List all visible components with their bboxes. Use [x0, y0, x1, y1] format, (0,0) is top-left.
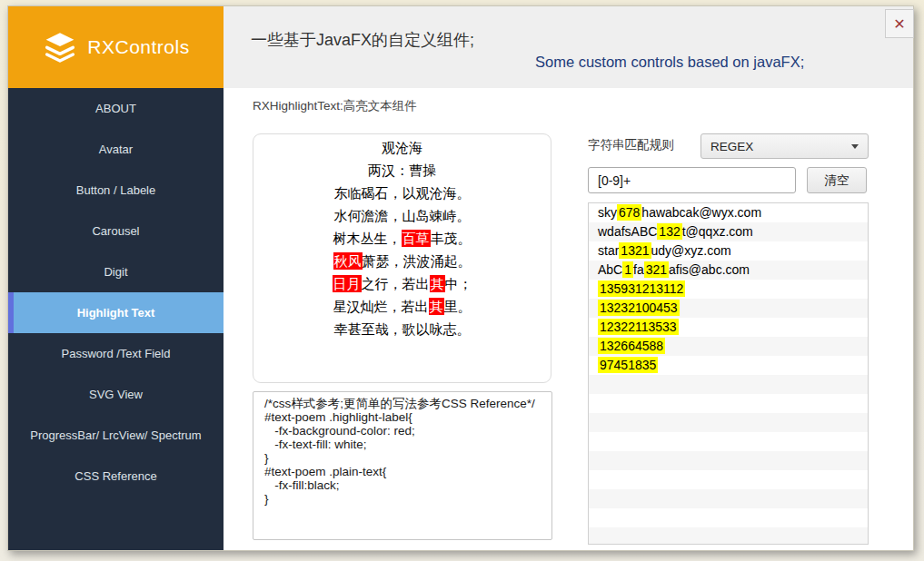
header: 一些基于JavaFX的自定义组件; Some custom controls b…	[224, 6, 913, 88]
list-item[interactable]: wdafsABC132t@qqxz.com	[589, 222, 868, 241]
list-item[interactable]: sky678hawabcak@wyx.com	[589, 203, 868, 222]
poem-line: 观沧海	[253, 136, 551, 159]
brand-block: RXControls	[8, 6, 224, 88]
layers-icon	[42, 29, 78, 65]
sidebar-item-svg-view[interactable]: SVG View	[8, 374, 224, 415]
page-title: 一些基于JavaFX的自定义组件;	[251, 29, 474, 51]
text-segment: 观沧海	[382, 140, 422, 155]
list-item[interactable]: star1321udy@xyz.com	[589, 241, 868, 261]
text-segment: star	[598, 243, 619, 258]
sidebar-item-css-reference[interactable]: CSS Reference	[8, 456, 224, 497]
sidebar-item-avatar[interactable]: Avatar	[8, 129, 224, 170]
list-item[interactable]: 12322113533	[589, 318, 868, 337]
poem-line: 树木丛生，百草丰茂。	[253, 227, 551, 250]
page-subtitle: Some custom controls based on javaFX;	[535, 54, 804, 71]
highlight-segment: 132664588	[598, 338, 665, 354]
highlight-segment: 百草	[402, 230, 431, 247]
clear-button[interactable]: 清空	[807, 167, 867, 193]
text-segment: sky	[598, 205, 617, 220]
list-item[interactable]: 13232100453	[589, 299, 868, 318]
poem-line: 日月之行，若出其中；	[253, 272, 551, 295]
highlight-segment: 13232100453	[598, 300, 680, 316]
text-segment: 星汉灿烂，若出	[333, 299, 429, 314]
highlight-segment: 321	[644, 261, 669, 278]
poem-line: 东临碣石，以观沧海。	[253, 182, 551, 204]
text-segment: 东临碣石，以观沧海。	[334, 185, 471, 201]
highlight-segment: 135931213112	[598, 280, 685, 297]
sidebar-item-carousel[interactable]: Carousel	[8, 211, 224, 251]
text-segment: 幸甚至哉，歌以咏志。	[334, 321, 471, 337]
main-content: RXHighlightText:高亮文本组件 观沧海两汉：曹操东临碣石，以观沧海…	[224, 88, 913, 550]
match-rule-label: 字符串匹配规则	[588, 137, 674, 153]
sidebar-item-digit[interactable]: Digit	[8, 251, 224, 292]
highlight-segment: 日月	[333, 275, 362, 292]
highlight-segment: 678	[617, 204, 641, 221]
text-segment: 水何澹澹，山岛竦峙。	[334, 208, 471, 223]
poem-line: 星汉灿烂，若出其里。	[253, 295, 551, 318]
sidebar-item-progressbar-lrcview-spectrum[interactable]: ProgressBar/ LrcView/ Spectrum	[8, 415, 224, 456]
match-mode-value: REGEX	[710, 140, 753, 153]
highlight-segment: 1	[622, 261, 633, 278]
text-segment: udy@xyz.com	[651, 243, 731, 258]
highlight-text-poem-panel: 观沧海两汉：曹操东临碣石，以观沧海。水何澹澹，山岛竦峙。树木丛生，百草丰茂。秋风…	[253, 133, 551, 383]
text-segment: afis@abc.com	[669, 262, 750, 277]
poem-line: 幸甚至哉，歌以咏志。	[253, 318, 551, 340]
poem-line: 两汉：曹操	[253, 159, 551, 182]
close-icon[interactable]: ✕	[885, 9, 914, 38]
highlight-segment: 12322113533	[598, 319, 679, 335]
text-segment: AbC	[598, 262, 622, 277]
text-segment: 树木丛生，	[333, 231, 402, 246]
text-segment: hawabcak@wyx.com	[641, 205, 761, 220]
text-segment: t@qqxz.com	[682, 224, 753, 239]
text-segment: 萧瑟，洪波涌起。	[363, 253, 472, 269]
pattern-input[interactable]	[588, 167, 796, 193]
highlight-segment: 132	[657, 223, 681, 240]
sidebar-item-about[interactable]: ABOUT	[8, 88, 224, 129]
text-segment: 丰茂。	[431, 231, 472, 246]
poem-line: 水何澹澹，山岛竦峙。	[253, 204, 551, 227]
sidebar-item-password-text-field[interactable]: Password /Text Field	[8, 333, 224, 374]
css-code-textarea[interactable]: /*css样式参考;更简单的写法参考CSS Reference*/ #text-…	[253, 391, 552, 540]
brand-name: RXControls	[87, 36, 189, 58]
poem-line: 秋风萧瑟，洪波涌起。	[253, 250, 551, 272]
chevron-down-icon	[851, 144, 859, 149]
match-result-list[interactable]: sky678hawabcak@wyx.comwdafsABC132t@qqxz.…	[588, 202, 869, 545]
text-segment: wdafsABC	[598, 224, 657, 239]
text-segment: 里。	[444, 299, 472, 314]
sidebar-item-highlight-text[interactable]: Highlight Text	[8, 292, 224, 333]
highlight-segment: 97451835	[598, 357, 658, 373]
sidebar: ABOUTAvatarButton / LabeleCarouselDigitH…	[8, 88, 224, 550]
highlight-segment: 秋风	[333, 252, 363, 270]
section-title: RXHighlightText:高亮文本组件	[253, 98, 417, 114]
highlight-segment: 其	[430, 275, 445, 292]
highlight-segment: 其	[429, 298, 444, 315]
list-item[interactable]: 97451835	[589, 356, 868, 375]
text-segment: 之行，若出	[362, 276, 430, 291]
highlight-segment: 1321	[619, 242, 651, 259]
list-item[interactable]: 135931213112	[589, 280, 868, 299]
text-segment: fa	[633, 262, 644, 277]
text-segment: 两汉：曹操	[368, 162, 436, 178]
list-item[interactable]: AbC1fa321afis@abc.com	[589, 261, 868, 280]
match-mode-select[interactable]: REGEX	[700, 133, 869, 159]
app-window: RXControls 一些基于JavaFX的自定义组件; Some custom…	[7, 5, 914, 551]
text-segment: 中；	[445, 276, 472, 291]
sidebar-item-button-labele[interactable]: Button / Labele	[8, 170, 224, 211]
list-item[interactable]: 132664588	[589, 337, 868, 356]
